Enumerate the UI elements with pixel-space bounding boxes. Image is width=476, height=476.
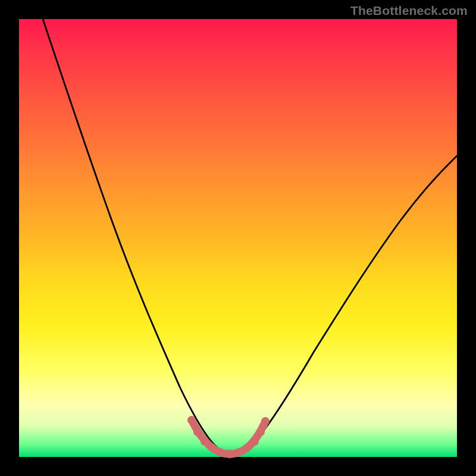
svg-point-3 [208,443,216,452]
svg-point-10 [261,417,270,425]
svg-point-2 [201,437,209,446]
curve-layer [19,19,457,457]
left-curve [43,19,224,452]
valley-highlight [192,420,265,454]
chart-frame: TheBottleneck.com [0,0,476,476]
svg-point-5 [226,450,234,458]
watermark-text: TheBottleneck.com [350,4,468,18]
svg-point-0 [187,416,196,424]
svg-point-9 [256,428,265,436]
svg-point-6 [235,448,243,456]
right-curve [239,156,457,452]
svg-point-7 [243,443,252,452]
svg-point-8 [250,437,259,446]
svg-point-1 [193,428,202,436]
svg-point-4 [216,448,224,456]
plot-area [19,19,457,457]
